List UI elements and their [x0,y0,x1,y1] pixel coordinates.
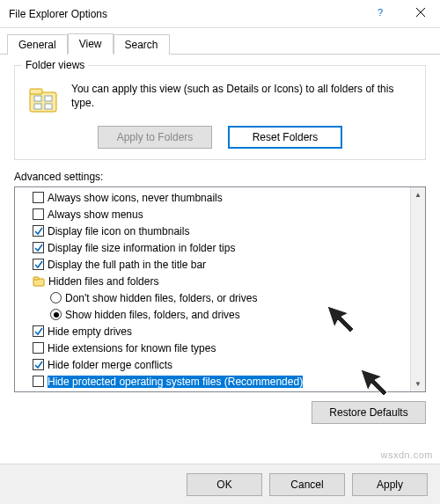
list-item[interactable]: Always show icons, never thumbnails [15,189,410,206]
close-button[interactable] [400,0,440,27]
checkbox-icon[interactable] [33,225,44,237]
list-item[interactable]: Display file icon on thumbnails [15,223,410,239]
apply-to-folders-button: Apply to Folders [98,126,212,149]
tab-search[interactable]: Search [114,34,170,55]
tab-general[interactable]: General [7,34,68,55]
svg-text:?: ? [378,7,383,18]
list-item[interactable]: Show hidden files, folders, and drives [15,306,410,323]
list-item[interactable]: Hide folder merge conflicts [15,356,410,373]
close-icon [415,7,426,20]
window-buttons: ? [361,0,440,27]
help-button[interactable]: ? [361,0,400,27]
list-item[interactable]: Launch folder windows in a separate proc… [15,390,410,391]
list-item[interactable]: Always show menus [15,206,410,223]
list-item[interactable]: Display file size information in folder … [15,239,410,256]
dialog-button-row: OK Cancel Apply [0,464,440,504]
folder-views-text: You can apply this view (such as Details… [71,82,414,110]
radio-icon[interactable] [50,292,62,303]
advanced-settings-label: Advanced settings: [14,171,426,183]
svg-rect-6 [45,96,52,101]
list-group-hidden: Hidden files and folders [15,273,410,289]
reset-folders-button[interactable]: Reset Folders [228,126,342,149]
checkbox-icon[interactable] [33,192,44,203]
list-item[interactable]: Display the full path in the title bar [15,256,410,273]
scroll-track[interactable] [411,202,425,376]
checkbox-icon[interactable] [33,342,44,354]
list-item-selected[interactable]: Hide protected operating system files (R… [15,373,410,390]
window-title: File Explorer Options [0,8,107,20]
scroll-up-icon[interactable]: ▲ [411,187,425,202]
apply-button[interactable]: Apply [352,473,428,496]
tab-panel-view: Folder views You can apply this view (su… [0,55,440,431]
svg-rect-4 [30,89,42,94]
title-bar: File Explorer Options ? [0,0,440,28]
svg-rect-7 [34,104,41,109]
folder-icon [33,275,45,288]
checkbox-icon[interactable] [33,208,44,220]
checkbox-icon[interactable] [33,359,44,370]
restore-defaults-button[interactable]: Restore Defaults [312,401,426,424]
watermark-text: wsxdn.com [380,449,433,460]
tab-view[interactable]: View [68,33,114,55]
ok-button[interactable]: OK [187,473,262,496]
svg-rect-5 [34,96,41,101]
advanced-settings-list[interactable]: Always show icons, never thumbnails Alwa… [14,186,426,392]
list-item[interactable]: Hide extensions for known file types [15,340,410,356]
scrollbar[interactable]: ▲ ▼ [410,187,425,391]
folder-views-group: Folder views You can apply this view (su… [14,65,426,160]
checkbox-icon[interactable] [33,259,44,270]
folder-views-legend: Folder views [22,59,88,71]
checkbox-icon[interactable] [33,376,44,387]
checkbox-icon[interactable] [33,325,44,337]
scroll-down-icon[interactable]: ▼ [411,376,425,391]
radio-icon[interactable] [50,309,62,320]
tab-strip: General View Search [0,28,440,55]
list-item[interactable]: Don't show hidden files, folders, or dri… [15,289,410,306]
svg-rect-10 [33,277,39,280]
checkbox-icon[interactable] [33,242,44,253]
help-icon: ? [376,7,386,20]
folder-views-icon [26,82,61,117]
list-item[interactable]: Hide empty drives [15,323,410,340]
svg-rect-8 [45,104,52,109]
cancel-button[interactable]: Cancel [269,473,345,496]
